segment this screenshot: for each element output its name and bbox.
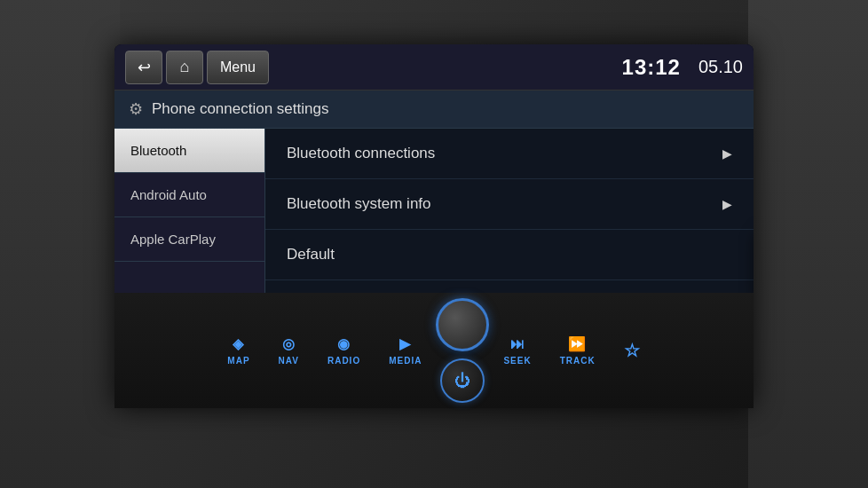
radio-icon: ◉: [337, 335, 351, 352]
media-label: MEDIA: [389, 356, 422, 366]
media-button[interactable]: ▶ MEDIA: [375, 335, 436, 366]
home-icon: ⌂: [180, 58, 190, 76]
media-icon: ▶: [399, 335, 411, 352]
top-bar: ↩ ⌂ Menu 13:12 05.10: [114, 44, 754, 91]
map-icon: ◈: [233, 335, 244, 352]
screen-wrapper: ↩ ⌂ Menu 13:12 05.10 ⚙ Phone connection …: [114, 80, 754, 408]
track-icon: ⏩: [568, 335, 587, 352]
volume-knob[interactable]: [436, 298, 489, 351]
settings-title: Phone connection settings: [152, 100, 328, 118]
menu-label: Menu: [220, 59, 256, 75]
star-icon: ☆: [624, 340, 641, 361]
power-icon: ⏻: [454, 372, 470, 390]
menu-item-bt-system-info[interactable]: Bluetooth system info ▶: [265, 179, 754, 230]
bt-connections-label: Bluetooth connections: [287, 145, 435, 162]
favorite-button[interactable]: ☆: [610, 340, 655, 361]
nav-label: NAV: [279, 356, 299, 366]
map-button[interactable]: ◈ MAP: [213, 335, 264, 366]
back-icon: ↩: [138, 58, 151, 77]
nav-icon: ◎: [282, 335, 296, 352]
radio-button[interactable]: ◉ RADIO: [313, 335, 375, 366]
track-button[interactable]: ⏩ TRACK: [546, 335, 610, 366]
time-display: 13:12 05.10: [622, 55, 743, 80]
bt-system-info-arrow: ▶: [722, 197, 732, 211]
sidebar-item-apple-carplay[interactable]: Apple CarPlay: [114, 217, 264, 262]
home-button[interactable]: ⌂: [166, 51, 203, 84]
radio-label: RADIO: [327, 356, 360, 366]
sidebar-item-android-auto[interactable]: Android Auto: [114, 173, 264, 217]
volume-knob-area: ⏻: [436, 298, 489, 403]
track-label: TRACK: [560, 356, 596, 366]
sidebar-item-bluetooth[interactable]: Bluetooth: [114, 129, 264, 173]
settings-bar: ⚙ Phone connection settings: [114, 91, 754, 129]
right-dashboard-panel: [748, 0, 868, 488]
seek-label: SEEK: [503, 356, 531, 366]
nav-button[interactable]: ◎ NAV: [264, 335, 313, 366]
bt-system-info-label: Bluetooth system info: [287, 195, 431, 213]
date: 05.10: [698, 57, 743, 77]
seek-button[interactable]: ⏭ SEEK: [489, 336, 545, 366]
default-label: Default: [287, 246, 335, 264]
bt-connections-arrow: ▶: [722, 146, 732, 161]
left-dashboard-panel: [0, 0, 120, 488]
menu-item-bt-connections[interactable]: Bluetooth connections ▶: [265, 129, 754, 179]
bottom-controls: ◈ MAP ◎ NAV ◉ RADIO ▶ MEDIA ⏻: [114, 293, 754, 408]
power-button[interactable]: ⏻: [440, 358, 485, 403]
back-button[interactable]: ↩: [125, 51, 162, 84]
menu-button[interactable]: Menu: [207, 51, 269, 84]
clock: 13:12: [622, 55, 681, 80]
menu-item-default[interactable]: Default: [265, 230, 754, 280]
seek-icon: ⏭: [510, 336, 525, 352]
settings-icon: ⚙: [129, 99, 143, 119]
outer-frame: ↩ ⌂ Menu 13:12 05.10 ⚙ Phone connection …: [0, 0, 868, 488]
map-label: MAP: [227, 356, 249, 366]
